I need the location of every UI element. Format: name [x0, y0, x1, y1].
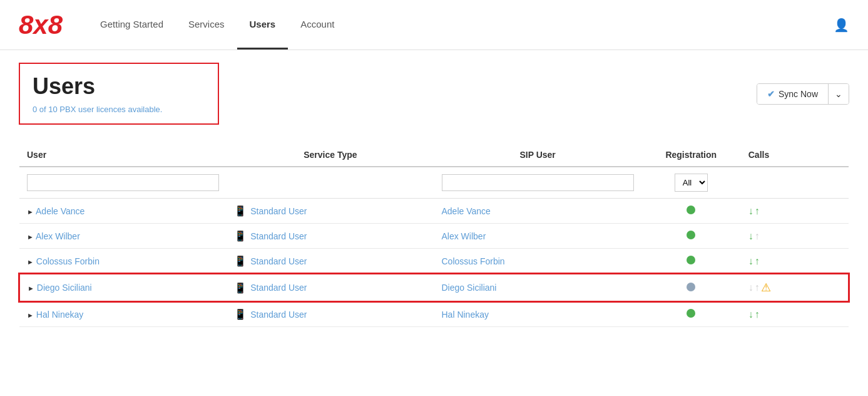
user-expand-cell: ► Hal Ninekay	[19, 301, 227, 327]
sip-user-name: Adele Vance	[442, 206, 491, 216]
user-avatar-icon[interactable]: 👤	[834, 18, 849, 33]
nav-account[interactable]: Account	[288, 0, 347, 50]
filter-calls-cell	[741, 167, 849, 199]
nav-services[interactable]: Services	[176, 0, 237, 50]
users-table: User Service Type SIP User Registration …	[19, 143, 849, 327]
nav-getting-started[interactable]: Getting Started	[88, 0, 176, 50]
calls-cell: ↓ ↑	[741, 301, 849, 327]
sync-dropdown-button[interactable]: ⌄	[828, 84, 849, 104]
sip-user-cell: Colossus Forbin	[434, 249, 641, 274]
license-info: 0 of 10 PBX user licences available.	[33, 105, 205, 114]
service-type-label[interactable]: Standard User	[250, 206, 307, 216]
sip-user-cell: Adele Vance	[434, 199, 641, 224]
table-row-highlighted: ► Diego Siciliani 📱 Standard User Diego …	[19, 274, 849, 301]
expand-icon[interactable]: ►	[27, 208, 34, 216]
col-header-service: Service Type	[227, 143, 434, 167]
sync-button-wrapper: ✔ Sync Now ⌄	[757, 83, 849, 105]
reg-status-cell	[641, 224, 741, 249]
service-type-icon: 📱	[234, 255, 247, 267]
reg-status-dot	[687, 309, 695, 318]
calls-cell: ↓ ↑	[741, 199, 849, 224]
reg-status-dot	[687, 231, 695, 239]
main-nav: Getting Started Services Users Account	[88, 0, 347, 50]
col-header-sip: SIP User	[434, 143, 641, 167]
service-type-label[interactable]: Standard User	[250, 310, 307, 320]
calls-up-arrow: ↑	[755, 256, 760, 267]
calls-down-arrow: ↓	[748, 309, 753, 320]
header: 8x8 Getting Started Services Users Accou…	[0, 0, 868, 50]
reg-status-cell	[641, 301, 741, 327]
table-row: ► Colossus Forbin 📱 Standard User Coloss…	[19, 249, 849, 274]
sip-user-cell: Diego Siciliani	[434, 274, 641, 301]
filter-sip-cell	[434, 167, 641, 199]
expand-icon[interactable]: ►	[28, 284, 34, 292]
user-name[interactable]: Hal Ninekay	[36, 310, 83, 320]
sip-user-cell: Alex Wilber	[434, 224, 641, 249]
sync-now-label: Sync Now	[779, 89, 818, 99]
expand-icon[interactable]: ►	[27, 311, 34, 319]
user-expand-cell: ► Alex Wilber	[19, 224, 227, 249]
nav-users[interactable]: Users	[237, 0, 288, 50]
reg-status-cell	[641, 249, 741, 274]
filter-user-input[interactable]	[27, 174, 219, 191]
user-name[interactable]: Adele Vance	[36, 206, 84, 216]
service-type-label[interactable]: Standard User	[250, 256, 307, 266]
calls-cell: ↓ ↑ ⚠	[741, 274, 849, 301]
expand-icon[interactable]: ►	[27, 233, 34, 241]
sync-checkmark-icon: ✔	[767, 89, 775, 99]
calls-up-arrow-inactive: ↑	[755, 231, 760, 242]
user-name[interactable]: Diego Siciliani	[37, 283, 92, 293]
title-box: Users 0 of 10 PBX user licences availabl…	[19, 63, 219, 125]
service-type-icon: 📱	[234, 230, 247, 242]
filter-service-cell	[227, 167, 434, 199]
calls-up-arrow: ↑	[755, 206, 760, 217]
user-expand-cell: ► Adele Vance	[19, 199, 227, 224]
sip-user-name: Diego Siciliani	[442, 283, 497, 293]
calls-down-arrow: ↓	[748, 231, 753, 242]
page-content: Users 0 of 10 PBX user licences availabl…	[0, 50, 868, 340]
user-name[interactable]: Colossus Forbin	[36, 256, 100, 266]
col-header-user: User	[19, 143, 227, 167]
user-name[interactable]: Alex Wilber	[36, 231, 80, 241]
service-type-icon: 📱	[234, 282, 247, 294]
reg-status-cell	[641, 274, 741, 301]
calls-up-arrow: ↑	[755, 309, 760, 320]
title-section: Users 0 of 10 PBX user licences availabl…	[19, 63, 849, 125]
expand-icon[interactable]: ►	[27, 258, 34, 266]
calls-down-arrow: ↓	[748, 256, 753, 267]
calls-down-arrow: ↓	[748, 206, 753, 217]
col-header-calls: Calls	[741, 143, 849, 167]
sip-user-name: Colossus Forbin	[442, 256, 505, 266]
service-type-cell: 📱 Standard User	[227, 274, 434, 301]
filter-reg-select[interactable]: All	[675, 174, 708, 192]
page-title: Users	[33, 73, 205, 100]
user-expand-cell: ► Diego Siciliani	[19, 274, 227, 301]
service-type-cell: 📱 Standard User	[227, 224, 434, 249]
service-type-icon: 📱	[234, 308, 247, 320]
sip-user-cell: Hal Ninekay	[434, 301, 641, 327]
calls-down-arrow-inactive: ↓	[748, 282, 753, 293]
table-row: ► Alex Wilber 📱 Standard User Alex Wilbe…	[19, 224, 849, 249]
service-type-cell: 📱 Standard User	[227, 199, 434, 224]
calls-cell: ↓ ↑	[741, 249, 849, 274]
filter-reg-cell: All	[641, 167, 741, 199]
table-row: ► Adele Vance 📱 Standard User Adele Vanc…	[19, 199, 849, 224]
filter-row: All	[19, 167, 849, 199]
logo-8x8: 8x8	[19, 12, 63, 38]
service-type-label[interactable]: Standard User	[250, 283, 307, 293]
col-header-reg: Registration	[641, 143, 741, 167]
sync-now-button[interactable]: ✔ Sync Now	[757, 84, 828, 104]
user-expand-cell: ► Colossus Forbin	[19, 249, 227, 274]
reg-status-dot-inactive	[687, 283, 695, 291]
service-type-cell: 📱 Standard User	[227, 249, 434, 274]
reg-status-dot	[687, 206, 695, 214]
filter-sip-input[interactable]	[442, 174, 634, 191]
service-type-icon: 📱	[234, 205, 247, 217]
sip-user-name: Alex Wilber	[442, 231, 486, 241]
sip-user-name: Hal Ninekay	[442, 310, 489, 320]
service-type-label[interactable]: Standard User	[250, 231, 307, 241]
table-header-row: User Service Type SIP User Registration …	[19, 143, 849, 167]
calls-cell: ↓ ↑	[741, 224, 849, 249]
table-row: ► Hal Ninekay 📱 Standard User Hal Nineka…	[19, 301, 849, 327]
reg-status-dot	[687, 256, 695, 264]
